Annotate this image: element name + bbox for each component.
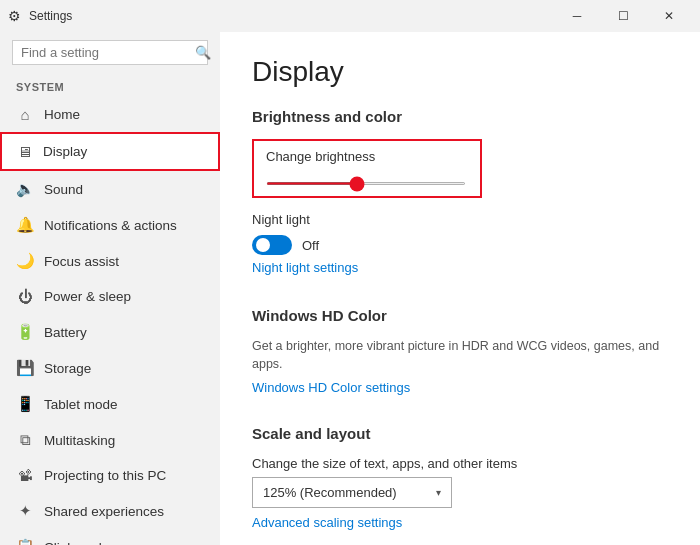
maximize-button[interactable]: ☐ bbox=[600, 0, 646, 32]
sidebar-item-label: Battery bbox=[44, 325, 87, 340]
clipboard-icon: 📋 bbox=[16, 538, 34, 545]
sidebar-item-tablet[interactable]: 📱 Tablet mode bbox=[0, 386, 220, 422]
sidebar-item-home[interactable]: ⌂ Home bbox=[0, 97, 220, 132]
sidebar-item-label: Home bbox=[44, 107, 80, 122]
search-box[interactable]: 🔍 bbox=[12, 40, 208, 65]
minimize-button[interactable]: ─ bbox=[554, 0, 600, 32]
home-icon: ⌂ bbox=[16, 106, 34, 123]
search-input[interactable] bbox=[21, 45, 189, 60]
sidebar-item-label: Display bbox=[43, 144, 87, 159]
night-light-settings-link[interactable]: Night light settings bbox=[252, 260, 358, 275]
sidebar-item-focus[interactable]: 🌙 Focus assist bbox=[0, 243, 220, 279]
shared-icon: ✦ bbox=[16, 502, 34, 520]
brightness-slider[interactable] bbox=[266, 182, 466, 185]
titlebar-title: Settings bbox=[29, 9, 72, 23]
brightness-label: Change brightness bbox=[266, 149, 468, 164]
sidebar-item-storage[interactable]: 💾 Storage bbox=[0, 350, 220, 386]
display-icon: 🖥 bbox=[15, 143, 33, 160]
chevron-down-icon: ▾ bbox=[436, 487, 441, 498]
sidebar-item-label: Notifications & actions bbox=[44, 218, 177, 233]
sidebar: 🔍 System ⌂ Home 🖥 Display 🔈 Sound 🔔 Noti… bbox=[0, 32, 220, 545]
sidebar-item-label: Shared experiences bbox=[44, 504, 164, 519]
sound-icon: 🔈 bbox=[16, 180, 34, 198]
sidebar-item-label: Power & sleep bbox=[44, 289, 131, 304]
hd-color-description: Get a brighter, more vibrant picture in … bbox=[252, 338, 668, 373]
sidebar-item-label: Clipboard bbox=[44, 540, 102, 546]
scale-size-label: Change the size of text, apps, and other… bbox=[252, 456, 668, 471]
multitasking-icon: ⧉ bbox=[16, 431, 34, 449]
night-light-row: Off bbox=[252, 235, 668, 255]
sidebar-item-battery[interactable]: 🔋 Battery bbox=[0, 314, 220, 350]
hd-color-section-title: Windows HD Color bbox=[252, 307, 668, 324]
settings-window-icon: ⚙ bbox=[8, 8, 21, 24]
page-title: Display bbox=[252, 56, 668, 88]
battery-icon: 🔋 bbox=[16, 323, 34, 341]
scale-select-value: 125% (Recommended) bbox=[263, 485, 397, 500]
scale-layout-section-title: Scale and layout bbox=[252, 425, 668, 442]
scale-layout: Change the size of text, apps, and other… bbox=[252, 456, 668, 545]
advanced-scaling-link[interactable]: Advanced scaling settings bbox=[252, 515, 402, 530]
night-light-toggle[interactable] bbox=[252, 235, 292, 255]
sidebar-item-label: Multitasking bbox=[44, 433, 115, 448]
sidebar-item-notifications[interactable]: 🔔 Notifications & actions bbox=[0, 207, 220, 243]
night-light-state: Off bbox=[302, 238, 319, 253]
sidebar-item-label: Sound bbox=[44, 182, 83, 197]
sidebar-item-projecting[interactable]: 📽 Projecting to this PC bbox=[0, 458, 220, 493]
sidebar-item-display[interactable]: 🖥 Display bbox=[0, 132, 220, 171]
app-body: 🔍 System ⌂ Home 🖥 Display 🔈 Sound 🔔 Noti… bbox=[0, 32, 700, 545]
power-icon: ⏻ bbox=[16, 288, 34, 305]
titlebar-left: ⚙ Settings bbox=[8, 8, 72, 24]
content-area: Display Brightness and color Change brig… bbox=[220, 32, 700, 545]
sidebar-item-label: Storage bbox=[44, 361, 91, 376]
search-icon: 🔍 bbox=[195, 45, 211, 60]
brightness-box: Change brightness bbox=[252, 139, 482, 198]
scale-select[interactable]: 125% (Recommended) ▾ bbox=[252, 477, 452, 508]
titlebar-controls: ─ ☐ ✕ bbox=[554, 0, 692, 32]
sidebar-item-sound[interactable]: 🔈 Sound bbox=[0, 171, 220, 207]
night-light-label: Night light bbox=[252, 212, 668, 227]
toggle-knob bbox=[256, 238, 270, 252]
notifications-icon: 🔔 bbox=[16, 216, 34, 234]
sidebar-item-power[interactable]: ⏻ Power & sleep bbox=[0, 279, 220, 314]
sidebar-item-label: Focus assist bbox=[44, 254, 119, 269]
titlebar: ⚙ Settings ─ ☐ ✕ bbox=[0, 0, 700, 32]
projecting-icon: 📽 bbox=[16, 467, 34, 484]
sidebar-item-clipboard[interactable]: 📋 Clipboard bbox=[0, 529, 220, 545]
close-button[interactable]: ✕ bbox=[646, 0, 692, 32]
sidebar-item-multitasking[interactable]: ⧉ Multitasking bbox=[0, 422, 220, 458]
sidebar-item-shared[interactable]: ✦ Shared experiences bbox=[0, 493, 220, 529]
sidebar-item-label: Tablet mode bbox=[44, 397, 118, 412]
hd-color-settings-link[interactable]: Windows HD Color settings bbox=[252, 380, 410, 395]
sidebar-item-label: Projecting to this PC bbox=[44, 468, 166, 483]
focus-icon: 🌙 bbox=[16, 252, 34, 270]
storage-icon: 💾 bbox=[16, 359, 34, 377]
brightness-color-section-title: Brightness and color bbox=[252, 108, 668, 125]
tablet-icon: 📱 bbox=[16, 395, 34, 413]
sidebar-section-label: System bbox=[0, 73, 220, 97]
